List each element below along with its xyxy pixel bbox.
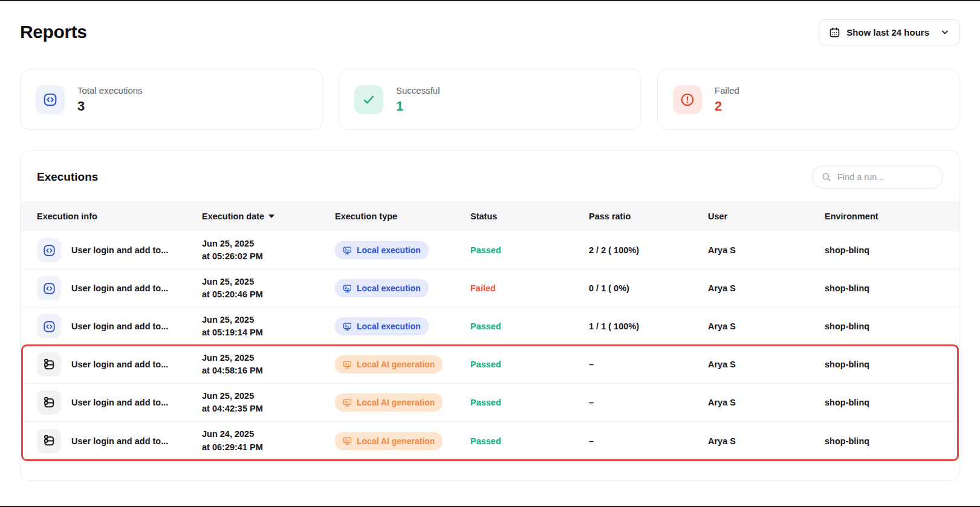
column-header-pass-ratio: Pass ratio <box>589 212 708 221</box>
user: Arya S <box>708 321 825 331</box>
status-text: Passed <box>470 321 589 331</box>
workflow-icon <box>37 429 61 453</box>
stat-card-failed: Failed 2 <box>657 69 960 130</box>
table-row[interactable]: User login and add to... Jun 25, 2025 at… <box>21 384 959 422</box>
status-text: Failed <box>470 283 589 293</box>
stat-label: Total executions <box>77 85 143 95</box>
monitor-icon <box>343 436 352 445</box>
monitor-icon <box>343 322 352 331</box>
alert-circle-icon <box>673 85 702 114</box>
table-row[interactable]: User login and add to... Jun 25, 2025 at… <box>21 346 959 384</box>
column-header-execution-date[interactable]: Execution date <box>202 212 335 221</box>
stat-label: Successful <box>396 85 440 95</box>
environment: shop-blinq <box>825 245 959 255</box>
search-input[interactable] <box>837 172 950 182</box>
stat-label: Failed <box>715 85 739 95</box>
stat-value: 1 <box>396 98 440 114</box>
search-icon <box>821 172 832 182</box>
code-square-icon <box>37 314 61 338</box>
environment: shop-blinq <box>825 283 959 293</box>
column-header-status: Status <box>470 212 589 221</box>
code-square-icon <box>37 276 61 300</box>
table-row[interactable]: User login and add to... Jun 25, 2025 at… <box>21 308 959 346</box>
stat-card-total-executions: Total executions 3 <box>20 69 323 130</box>
pass-ratio: – <box>589 398 708 407</box>
execution-type-badge: Local AI generation <box>335 393 443 412</box>
stat-value: 3 <box>77 98 143 114</box>
execution-type-badge: Local execution <box>335 279 429 297</box>
executions-title: Executions <box>37 170 98 184</box>
monitor-icon <box>343 360 352 369</box>
pass-ratio: – <box>589 360 708 369</box>
pass-ratio: – <box>589 436 708 446</box>
status-text: Passed <box>470 245 589 255</box>
executions-header: Executions <box>21 150 959 201</box>
workflow-icon <box>37 352 61 376</box>
monitor-icon <box>343 284 352 293</box>
calendar-icon <box>829 27 840 38</box>
sort-desc-icon <box>268 215 274 218</box>
user: Arya S <box>708 245 825 255</box>
monitor-icon <box>343 246 352 255</box>
user: Arya S <box>708 436 825 446</box>
code-square-icon <box>37 238 61 262</box>
table-row[interactable]: User login and add to... Jun 25, 2025 at… <box>21 231 959 270</box>
execution-type-badge: Local AI generation <box>335 432 443 450</box>
user: Arya S <box>708 398 825 407</box>
stat-value: 2 <box>715 98 739 114</box>
pass-ratio: 1 / 1 ( 100%) <box>589 321 708 331</box>
table-body: User login and add to... Jun 25, 2025 at… <box>21 231 959 460</box>
time-filter-label: Show last 24 hours <box>846 27 929 37</box>
topbar: Reports Show last 24 hours <box>20 0 960 46</box>
search-box[interactable] <box>812 166 943 189</box>
table-row[interactable]: User login and add to... Jun 25, 2025 at… <box>21 270 959 308</box>
execution-type-badge: Local execution <box>335 241 429 259</box>
table-header-row: Execution info Execution date Execution … <box>21 201 959 231</box>
environment: shop-blinq <box>825 436 959 446</box>
code-square-icon <box>36 85 65 114</box>
column-header-execution-info: Execution info <box>37 212 202 221</box>
pass-ratio: 2 / 2 ( 100%) <box>589 245 708 255</box>
chevron-down-icon <box>940 27 950 37</box>
executions-card: Executions Execution info Execution date <box>20 150 960 481</box>
workflow-icon <box>37 390 61 415</box>
user: Arya S <box>708 360 825 369</box>
reports-page: Reports Show last 24 hours <box>0 0 980 507</box>
user: Arya S <box>708 283 825 293</box>
pass-ratio: 0 / 1 ( 0%) <box>589 283 708 293</box>
time-filter-button[interactable]: Show last 24 hours <box>819 19 960 45</box>
page-title: Reports <box>20 22 87 42</box>
environment: shop-blinq <box>825 321 959 331</box>
table-row[interactable]: User login and add to... Jun 24, 2025 at… <box>21 422 959 460</box>
status-text: Passed <box>470 360 589 369</box>
column-header-environment: Environment <box>825 212 959 221</box>
stat-card-successful: Successful 1 <box>339 69 641 130</box>
stat-cards: Total executions 3 Successful 1 <box>20 69 960 130</box>
executions-table: Execution info Execution date Execution … <box>21 201 959 460</box>
status-text: Passed <box>470 398 589 407</box>
status-text: Passed <box>470 436 589 446</box>
execution-type-badge: Local execution <box>335 317 429 335</box>
environment: shop-blinq <box>825 360 959 369</box>
environment: shop-blinq <box>825 398 959 407</box>
execution-type-badge: Local AI generation <box>335 355 443 373</box>
check-icon <box>354 85 383 114</box>
column-header-execution-type: Execution type <box>335 212 470 221</box>
monitor-icon <box>343 398 352 407</box>
column-header-user: User <box>708 212 825 221</box>
